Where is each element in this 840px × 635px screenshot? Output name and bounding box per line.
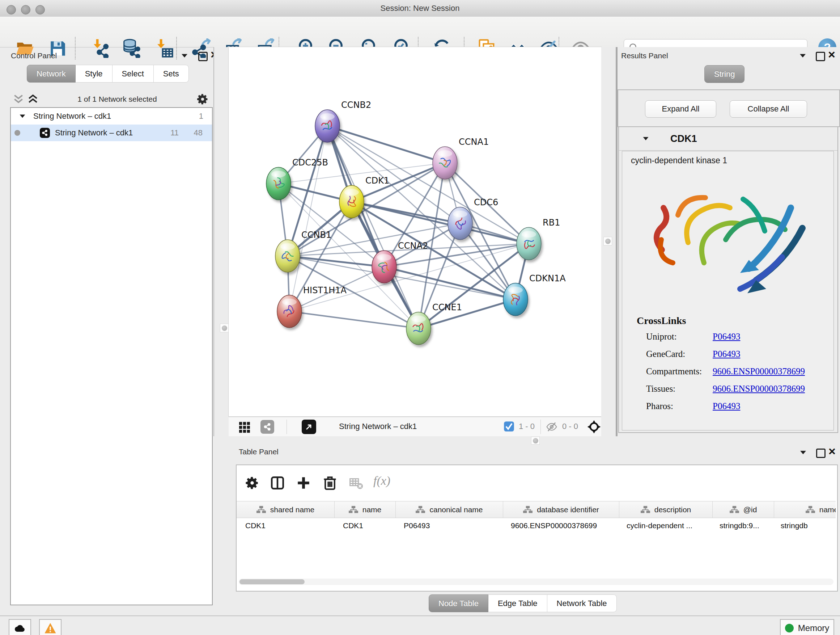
network-node-count: 11 xyxy=(171,128,179,138)
memory-button[interactable]: Memory xyxy=(780,619,834,635)
graph-edge-CCNB2-CCNE1[interactable] xyxy=(327,126,418,328)
collapse-all-button[interactable]: Collapse All xyxy=(729,100,807,118)
delete-table-button[interactable] xyxy=(349,478,363,491)
cell-database-identifier[interactable]: 9606.ENSP00000378699 xyxy=(502,518,618,534)
collapse-all-chevron-icon[interactable] xyxy=(13,95,24,104)
network-canvas[interactable]: CCNB2CCNA1CDC25BCDK1CDC6RB1CCNB1CCNA2CDK… xyxy=(229,47,601,416)
graph-edge-CCNB2-HIST1H1A[interactable] xyxy=(289,126,327,311)
column-header-canonical-name[interactable]: canonical name xyxy=(396,501,503,518)
eye-slash-small-icon xyxy=(546,421,558,432)
gear-icon xyxy=(245,475,260,491)
graph-node-CCNE1[interactable] xyxy=(406,312,431,345)
column-header-namespace[interactable]: namespace xyxy=(774,501,836,518)
column-header--id[interactable]: @id xyxy=(713,501,774,518)
table-panel-close-button[interactable]: × xyxy=(829,448,836,457)
window-close-button[interactable] xyxy=(6,5,16,14)
results-panel-float-button[interactable] xyxy=(816,52,825,63)
window-minimize-button[interactable] xyxy=(21,5,30,14)
cell-namespace[interactable]: stringdb xyxy=(772,518,836,534)
cell-shared-name[interactable]: CDK1 xyxy=(237,518,334,534)
column-header-database-identifier[interactable]: database identifier xyxy=(503,501,619,518)
column-header-shared-name[interactable]: shared name xyxy=(237,501,335,518)
graph-edge-CDK1-RB1[interactable] xyxy=(352,202,529,244)
window-zoom-button[interactable] xyxy=(35,5,45,14)
window-title: Session: New Session xyxy=(381,4,460,13)
column-header-description[interactable]: description xyxy=(619,501,713,518)
control-panel-collapse-button[interactable] xyxy=(181,53,188,59)
hierarchy-icon xyxy=(729,506,739,514)
tab-network[interactable]: Network xyxy=(27,65,76,82)
graph-edge-CCNB2-CCNA1[interactable] xyxy=(327,126,445,163)
crosslink-value-link[interactable]: P06493 xyxy=(713,332,740,342)
graph-node-CDC6[interactable] xyxy=(448,207,472,240)
graph-edge-HIST1H1A-CCNE1[interactable] xyxy=(289,311,418,328)
graph-node-RB1[interactable] xyxy=(516,227,541,260)
tab-network-table[interactable]: Network Table xyxy=(547,594,617,612)
graph-node-CDK1[interactable] xyxy=(339,185,364,218)
results-panel-close-button[interactable]: × xyxy=(828,51,835,60)
left-splitter[interactable] xyxy=(213,47,229,436)
tab-style[interactable]: Style xyxy=(76,65,112,82)
tab-edge-table[interactable]: Edge Table xyxy=(488,594,547,612)
horizontal-splitter[interactable] xyxy=(229,436,840,445)
graph-node-CCNA2[interactable] xyxy=(372,250,396,283)
string-view-button[interactable] xyxy=(261,420,274,434)
network-graph[interactable]: CCNB2CCNA1CDC25BCDK1CDC6RB1CCNB1CCNA2CDK… xyxy=(229,47,601,416)
crosslink-value-link[interactable]: 9606.ENSP00000378699 xyxy=(713,384,805,394)
delete-column-button[interactable] xyxy=(322,475,338,492)
graph-node-CCNA1[interactable] xyxy=(433,147,457,179)
navigator-button[interactable] xyxy=(302,420,316,434)
function-builder-button[interactable]: f(x) xyxy=(373,474,390,488)
cell-canonical-name[interactable]: P06493 xyxy=(395,518,502,534)
tab-node-table[interactable]: Node Table xyxy=(429,594,488,612)
cell--id[interactable]: stringdb:9... xyxy=(711,518,772,534)
gene-expander-icon[interactable] xyxy=(643,137,649,141)
network-collection-row[interactable]: String Network – cdk1 1 xyxy=(11,108,212,125)
graph-node-CCNB1[interactable] xyxy=(275,240,300,272)
network-options-gear-icon[interactable] xyxy=(196,93,209,106)
create-column-button[interactable] xyxy=(296,475,311,492)
gene-section-header[interactable]: CDK1 xyxy=(619,127,837,150)
crosslink-value-link[interactable]: 9606.ENSP00000378699 xyxy=(713,366,805,377)
cloud-status-button[interactable] xyxy=(9,619,31,635)
expand-all-chevron-icon[interactable] xyxy=(27,95,38,104)
hidden-elements-button[interactable] xyxy=(546,421,558,434)
table-settings-button[interactable] xyxy=(245,475,260,492)
expand-all-button[interactable]: Expand All xyxy=(645,100,716,118)
crosslink-value-link[interactable]: P06493 xyxy=(713,401,740,411)
arrow-up-right-icon xyxy=(305,423,313,431)
table-panel-float-button[interactable] xyxy=(816,448,826,459)
network-row-selected[interactable]: String Network – cdk1 11 48 xyxy=(11,125,212,141)
graph-node-label-CDKN1A: CDKN1A xyxy=(529,273,566,283)
warnings-button[interactable] xyxy=(39,619,62,635)
collection-expander-icon[interactable] xyxy=(20,115,25,118)
results-panel-collapse-button[interactable] xyxy=(799,53,806,59)
cell-name[interactable]: CDK1 xyxy=(334,518,395,534)
graph-edge-CCNB2-RB1[interactable] xyxy=(327,126,529,244)
crosslink-value-link[interactable]: P06493 xyxy=(713,349,740,359)
cell-description[interactable]: cyclin-dependent ... xyxy=(618,518,711,534)
tab-sets[interactable]: Sets xyxy=(154,65,189,82)
table-hscrollbar-thumb[interactable] xyxy=(240,579,305,584)
table-row[interactable]: CDK1CDK1P064939606.ENSP00000378699cyclin… xyxy=(237,518,836,534)
graph-node-CDKN1A[interactable] xyxy=(503,283,528,316)
left-splitter-handle[interactable] xyxy=(220,324,229,333)
fit-selected-button[interactable] xyxy=(587,420,601,435)
control-panel-float-button[interactable] xyxy=(198,52,208,63)
horizontal-splitter-handle[interactable] xyxy=(531,437,540,445)
selected-checkbox[interactable] xyxy=(504,421,515,433)
table-hscrollbar[interactable] xyxy=(239,578,834,585)
right-splitter-handle[interactable] xyxy=(603,237,612,245)
grid-view-button[interactable] xyxy=(238,420,251,435)
show-columns-button[interactable] xyxy=(270,475,285,492)
graph-node-HIST1H1A[interactable] xyxy=(277,295,302,328)
graph-node-CCNB2[interactable] xyxy=(315,110,340,142)
graph-node-CDC25B[interactable] xyxy=(266,167,291,200)
right-splitter[interactable] xyxy=(601,47,617,436)
column-header-name[interactable]: name xyxy=(335,501,396,518)
tab-string[interactable]: String xyxy=(704,65,745,83)
graph-node-label-CDC25B: CDC25B xyxy=(292,157,328,168)
current-network-dot-icon xyxy=(14,130,20,136)
table-panel-collapse-button[interactable] xyxy=(799,450,807,456)
tab-select[interactable]: Select xyxy=(112,65,154,82)
